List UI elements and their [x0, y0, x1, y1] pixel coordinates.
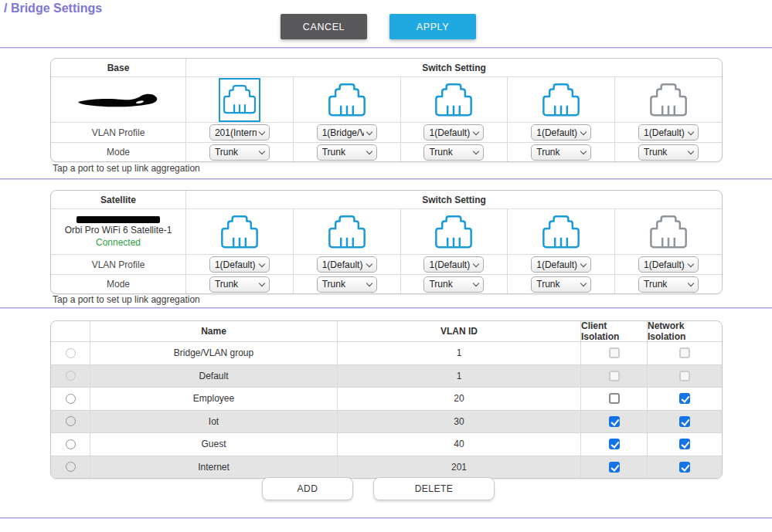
- vlan-profile-select[interactable]: 1(Default): [423, 124, 484, 141]
- base-port-5-vlan-cell: 1(Default): [614, 122, 722, 142]
- base-port-5-mode-cell: Trunk: [614, 142, 722, 161]
- client-isolation-checkbox[interactable]: [609, 462, 620, 473]
- satellite-port-4-cell: [507, 208, 614, 254]
- base-port-2-cell: [293, 76, 400, 122]
- network-isolation-checkbox[interactable]: [679, 416, 690, 427]
- vlan-row-radio[interactable]: [66, 439, 76, 449]
- vlan-id-cell: 201: [337, 456, 580, 479]
- base-port-3-mode-cell: Trunk: [400, 142, 508, 161]
- link-aggregation-hint: Tap a port to set up link aggregation: [53, 163, 200, 174]
- add-button[interactable]: ADD: [262, 477, 353, 500]
- section-divider: [0, 307, 772, 309]
- network-isolation-checkbox[interactable]: [679, 347, 690, 358]
- table-row-radio-cell: [51, 341, 90, 364]
- vlan-profile-select[interactable]: 1(Default): [209, 256, 270, 273]
- client-isolation-cell: [580, 341, 647, 364]
- mode-select[interactable]: Trunk: [531, 276, 591, 293]
- network-isolation-cell: [647, 432, 722, 456]
- network-isolation-checkbox[interactable]: [679, 462, 690, 473]
- vlan-id-cell: 1: [337, 364, 580, 388]
- vlan-name-cell: Internet: [90, 456, 337, 479]
- satellite-device-name: Orbi Pro WiFi 6 Satellite-1: [65, 225, 172, 236]
- network-isolation-cell: [647, 341, 722, 364]
- table-row-radio-cell: [51, 432, 90, 456]
- ethernet-port-1[interactable]: [219, 210, 260, 254]
- vlan-id-cell: 20: [337, 387, 580, 410]
- satellite-port-5-cell: [614, 208, 722, 254]
- network-isolation-checkbox[interactable]: [679, 371, 690, 381]
- vlan-row-radio[interactable]: [66, 371, 76, 381]
- network-isolation-checkbox[interactable]: [679, 393, 690, 404]
- cancel-button[interactable]: CANCEL: [281, 14, 367, 39]
- vlan-profile-select[interactable]: 1(Default): [531, 256, 591, 273]
- client-isolation-checkbox[interactable]: [609, 371, 620, 381]
- vlan-name-cell: Bridge/VLAN group: [90, 341, 337, 364]
- network-isolation-column-header: Network Isolation: [647, 321, 722, 341]
- satellite-port-2-vlan-cell: 1(Default): [293, 254, 400, 274]
- vlan-row-radio[interactable]: [66, 462, 76, 472]
- mode-select[interactable]: Trunk: [423, 276, 484, 293]
- radio-column-header: [51, 321, 90, 341]
- base-port-1-vlan-cell: 201(Internet): [185, 122, 293, 142]
- vlan-row-radio[interactable]: [66, 416, 76, 426]
- switch-setting-header: Switch Setting: [185, 191, 722, 208]
- satellite-device-cell: Orbi Pro WiFi 6 Satellite-1 Connected: [51, 208, 185, 254]
- client-isolation-checkbox[interactable]: [609, 393, 620, 404]
- ethernet-port-icon: [542, 215, 580, 249]
- vlan-row-radio[interactable]: [66, 394, 76, 404]
- mode-select[interactable]: Trunk: [317, 276, 377, 293]
- mode-select[interactable]: Trunk: [209, 276, 270, 293]
- base-port-4-mode-cell: Trunk: [507, 142, 614, 161]
- vlan-profiles-table: Name VLAN ID Client Isolation Network Is…: [50, 320, 723, 479]
- network-isolation-cell: [647, 387, 722, 410]
- client-isolation-cell: [580, 432, 647, 456]
- base-port-3-vlan-cell: 1(Default): [400, 122, 508, 142]
- page-title: / Bridge Settings: [4, 2, 102, 15]
- vlan-profile-select[interactable]: 1(Default): [317, 256, 377, 273]
- section-divider: [0, 178, 772, 180]
- mode-select[interactable]: Trunk: [531, 144, 591, 161]
- vlan-profile-select[interactable]: 1(Default): [638, 256, 699, 273]
- apply-button[interactable]: APPLY: [389, 14, 476, 39]
- client-isolation-cell: [580, 456, 647, 479]
- base-port-4-vlan-cell: 1(Default): [507, 122, 614, 142]
- ethernet-port-2[interactable]: [326, 210, 368, 254]
- section-divider: [0, 47, 772, 49]
- ethernet-port-4[interactable]: [540, 210, 582, 254]
- vlan-profile-select[interactable]: 1(Default): [638, 124, 699, 141]
- ethernet-port-3[interactable]: [433, 78, 474, 122]
- mode-select[interactable]: Trunk: [638, 144, 699, 161]
- mode-row-label: Mode: [51, 274, 185, 293]
- satellite-port-1-cell: [185, 208, 293, 254]
- base-header-label: Base: [51, 59, 185, 76]
- client-isolation-checkbox[interactable]: [609, 416, 620, 427]
- vlan-row-radio[interactable]: [66, 348, 76, 358]
- client-isolation-checkbox[interactable]: [609, 347, 620, 358]
- satellite-port-3-cell: [400, 208, 508, 254]
- ethernet-port-3[interactable]: [433, 210, 474, 254]
- network-isolation-checkbox[interactable]: [679, 439, 690, 449]
- delete-button[interactable]: DELETE: [373, 477, 495, 500]
- ethernet-port-1[interactable]: [219, 78, 260, 122]
- ethernet-port-4[interactable]: [540, 78, 582, 122]
- vlan-profile-select[interactable]: 201(Internet): [209, 124, 270, 141]
- mode-select[interactable]: Trunk: [209, 144, 270, 161]
- ethernet-port-5[interactable]: [648, 78, 689, 122]
- ethernet-port-2[interactable]: [326, 78, 368, 122]
- base-port-1-cell: [185, 76, 293, 122]
- vlan-id-cell: 40: [337, 432, 580, 456]
- vlan-profile-select[interactable]: 1(Bridge/VLAN group): [317, 124, 377, 141]
- satellite-port-3-mode-cell: Trunk: [400, 274, 508, 293]
- table-row-radio-cell: [51, 387, 90, 410]
- ethernet-port-icon: [220, 215, 259, 249]
- ethernet-port-5[interactable]: [648, 210, 689, 254]
- base-port-4-cell: [507, 76, 614, 122]
- mode-select[interactable]: Trunk: [423, 144, 484, 161]
- ethernet-port-icon: [434, 83, 473, 117]
- mode-select[interactable]: Trunk: [638, 276, 699, 293]
- vlan-profile-row-label: VLAN Profile: [51, 254, 185, 274]
- mode-select[interactable]: Trunk: [317, 144, 377, 161]
- client-isolation-checkbox[interactable]: [609, 439, 620, 449]
- vlan-profile-select[interactable]: 1(Default): [531, 124, 591, 141]
- vlan-profile-select[interactable]: 1(Default): [423, 256, 484, 273]
